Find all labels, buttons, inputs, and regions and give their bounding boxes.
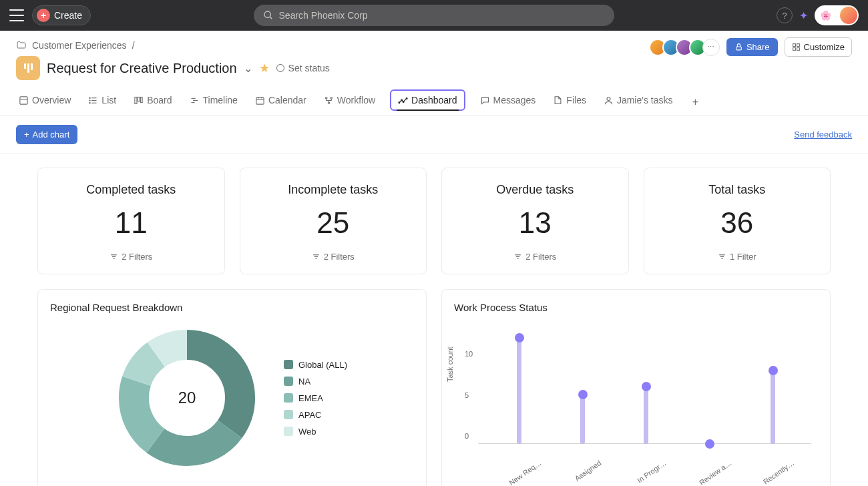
tab-files[interactable]: Files	[550, 89, 589, 115]
grid-icon	[792, 43, 801, 51]
dashboard-toolbar: + Add chart Send feedback	[0, 115, 868, 154]
stat-card[interactable]: Completed tasks112 Filters	[37, 168, 225, 274]
project-header: ⋯ Share Customize Customer Experiences /…	[0, 31, 868, 115]
svg-point-27	[328, 102, 330, 104]
add-chart-label: Add chart	[33, 130, 70, 140]
breadcrumb-parent[interactable]: Customer Experiences	[32, 40, 127, 51]
sparkle-icon[interactable]: ✦	[799, 9, 808, 22]
set-status-label: Set status	[288, 63, 330, 73]
tab-timeline[interactable]: Timeline	[187, 89, 240, 115]
stat-value: 11	[49, 206, 214, 240]
dashboard-icon	[398, 95, 408, 105]
x-tick-label: In Progr…	[635, 459, 667, 485]
svg-rect-15	[135, 97, 137, 103]
tab-overview[interactable]: Overview	[16, 89, 73, 115]
lollipop-dot	[642, 382, 651, 391]
svg-point-13	[89, 99, 90, 100]
svg-rect-7	[20, 96, 27, 103]
legend-item: NA	[284, 377, 347, 387]
stat-filters[interactable]: 2 Filters	[453, 252, 618, 262]
share-label: Share	[746, 42, 770, 52]
tab-board[interactable]: Board	[131, 89, 174, 115]
legend-item: EMEA	[284, 393, 347, 403]
svg-rect-16	[138, 97, 140, 101]
lollipop-stick	[644, 387, 648, 444]
tab-list[interactable]: List	[85, 89, 119, 115]
svg-point-25	[325, 97, 327, 99]
stat-filters[interactable]: 1 Filter	[655, 252, 820, 262]
share-button[interactable]: Share	[726, 38, 778, 56]
y-tick: 0	[465, 432, 469, 440]
breadcrumb-sep: /	[132, 40, 135, 51]
lollipop-item: Assigned	[579, 390, 587, 444]
avatar-image	[840, 7, 857, 24]
stat-value: 36	[655, 206, 820, 240]
tab-workflow[interactable]: Workflow	[321, 89, 378, 115]
plus-icon: +	[24, 130, 29, 140]
tab-dashboard[interactable]: Dashboard	[390, 89, 465, 111]
lollipop-dot	[578, 390, 588, 399]
stat-filters[interactable]: 2 Filters	[251, 252, 416, 262]
chart-title: Regional Request Breakdown	[50, 302, 414, 313]
tab-label: Messages	[493, 95, 536, 105]
x-tick-label: Recently…	[761, 459, 795, 486]
legend-label: APAC	[298, 410, 321, 420]
customize-label: Customize	[804, 42, 845, 52]
tab-jamie-s-tasks[interactable]: Jamie's tasks	[601, 89, 676, 115]
stat-card[interactable]: Overdue tasks132 Filters	[441, 168, 629, 274]
search-input[interactable]	[279, 10, 605, 21]
create-button[interactable]: + Create	[32, 5, 91, 25]
filter-icon	[110, 252, 118, 261]
avatar-more[interactable]: ⋯	[702, 39, 720, 56]
donut-chart: 20	[117, 328, 257, 468]
svg-point-26	[331, 97, 333, 99]
folder-icon	[16, 40, 27, 51]
search-icon	[263, 10, 274, 21]
overview-icon	[19, 95, 29, 105]
project-icon[interactable]	[16, 56, 40, 80]
chart-legend: Global (ALL)NAEMEAAPACWeb	[284, 360, 347, 437]
chart-title: Work Process Status	[454, 302, 818, 313]
tab-label: List	[101, 95, 116, 105]
lollipop-item: Recently…	[769, 366, 777, 444]
stat-card[interactable]: Incomplete tasks252 Filters	[240, 168, 427, 274]
send-feedback-link[interactable]: Send feedback	[794, 130, 852, 140]
stat-value: 25	[251, 206, 416, 240]
add-chart-button[interactable]: + Add chart	[16, 125, 77, 144]
timeline-icon	[190, 95, 200, 105]
chart-regional-breakdown[interactable]: Regional Request Breakdown 20 Global (AL…	[37, 289, 427, 486]
legend-swatch	[284, 377, 293, 386]
customize-button[interactable]: Customize	[785, 37, 852, 57]
x-tick-label: Review a…	[698, 459, 733, 486]
svg-point-14	[89, 102, 90, 103]
filter-icon	[513, 252, 522, 261]
stat-card[interactable]: Total tasks361 Filter	[644, 168, 831, 274]
chart-work-process-status[interactable]: Work Process Status Task count 0510 New …	[441, 289, 831, 486]
user-avatar[interactable]: 🌸	[815, 5, 859, 25]
tab-calendar[interactable]: Calendar	[252, 89, 309, 115]
tab-messages[interactable]: Messages	[477, 89, 539, 115]
topbar: + Create ? ✦ 🌸	[0, 0, 868, 31]
x-tick-label: New Req…	[507, 459, 543, 486]
lollipop-stick	[771, 371, 775, 444]
help-icon[interactable]: ?	[777, 7, 793, 23]
chevron-down-icon[interactable]: ⌄	[244, 62, 252, 75]
add-tab-button[interactable]: +	[688, 94, 704, 110]
svg-rect-6	[797, 48, 799, 51]
star-icon[interactable]: ★	[259, 61, 270, 75]
y-tick: 5	[465, 391, 469, 399]
workflow-icon	[324, 95, 334, 105]
search-input-wrapper[interactable]	[254, 5, 614, 26]
legend-item: Global (ALL)	[284, 360, 347, 370]
legend-label: Global (ALL)	[298, 360, 347, 370]
stat-filters[interactable]: 2 Filters	[49, 252, 214, 262]
dashboard-content: Completed tasks112 FiltersIncomplete tas…	[0, 154, 868, 486]
set-status-button[interactable]: Set status	[276, 63, 330, 73]
hamburger-icon[interactable]	[9, 9, 24, 21]
board-icon	[134, 95, 144, 105]
member-avatars[interactable]: ⋯	[649, 39, 720, 56]
svg-rect-5	[793, 48, 795, 51]
lollipop-item: Review a…	[706, 439, 714, 444]
tab-label: Jamie's tasks	[617, 95, 673, 105]
svg-rect-17	[141, 97, 143, 102]
